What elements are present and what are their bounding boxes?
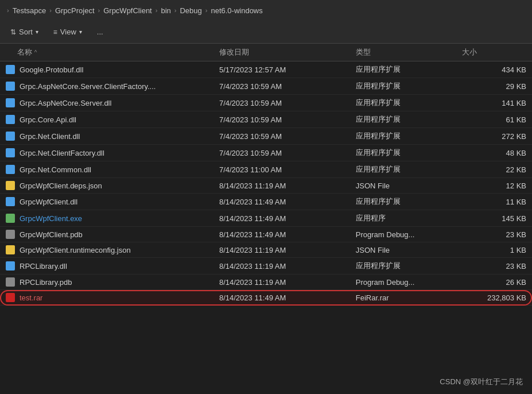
breadcrumb-item-4[interactable]: Debug <box>180 6 201 15</box>
file-size: 11 KB <box>456 194 532 210</box>
file-date: 7/4/2023 10:59 AM <box>213 111 350 128</box>
file-size: 232,803 KB <box>456 290 532 306</box>
dll-file-icon <box>6 197 15 206</box>
file-size: 61 KB <box>456 111 532 128</box>
breadcrumb-item-2[interactable]: GrpcWpfClient <box>103 6 152 15</box>
rar-file-icon <box>6 293 15 302</box>
col-header-size[interactable]: 大小 <box>456 44 532 61</box>
table-row[interactable]: test.rar8/14/2023 11:49 AMFeiRar.rar232,… <box>0 290 532 306</box>
file-type: 应用程序扩展 <box>350 161 456 178</box>
table-row[interactable]: Google.Protobuf.dll5/17/2023 12:57 AM应用程… <box>0 61 532 78</box>
file-type: 应用程序扩展 <box>350 258 456 275</box>
file-name: Grpc.AspNetCore.Server.ClientFactory.... <box>20 82 156 91</box>
file-size: 12 KB <box>456 178 532 194</box>
file-size: 22 KB <box>456 161 532 178</box>
file-type: 应用程序扩展 <box>350 128 456 145</box>
file-size: 23 KB <box>456 258 532 275</box>
json-file-icon <box>6 181 15 190</box>
sort-button[interactable]: ⇅ Sort ▾ <box>6 25 43 38</box>
dll-file-icon <box>6 261 15 271</box>
file-name: RPCLibrary.dll <box>20 262 67 271</box>
breadcrumb-item-3[interactable]: bin <box>161 6 170 15</box>
file-size: 141 KB <box>456 95 532 111</box>
file-name: RPCLibrary.pdb <box>20 278 72 287</box>
file-type: 应用程序 <box>350 210 456 227</box>
file-name: Google.Protobuf.dll <box>20 65 83 74</box>
file-date: 8/14/2023 11:49 AM <box>213 194 350 210</box>
table-row[interactable]: Grpc.Core.Api.dll7/4/2023 10:59 AM应用程序扩展… <box>0 111 532 128</box>
file-date: 5/17/2023 12:57 AM <box>213 61 350 78</box>
file-size: 26 KB <box>456 275 532 290</box>
view-label: View <box>60 28 76 36</box>
file-date: 7/4/2023 10:59 AM <box>213 95 350 111</box>
table-row[interactable]: GrpcWpfClient.deps.json8/14/2023 11:19 A… <box>0 178 532 194</box>
breadcrumb-bar: › Testsapce › GrpcProject › GrpcWpfClien… <box>0 0 532 21</box>
file-table: 名称 ^ 修改日期 类型 大小 Google.Protobuf.dll5/17/… <box>0 44 532 306</box>
watermark: CSDN @双叶红于二月花 <box>440 377 523 387</box>
col-header-name[interactable]: 名称 ^ <box>0 44 213 61</box>
file-list-body: Google.Protobuf.dll5/17/2023 12:57 AM应用程… <box>0 61 532 306</box>
file-type: 应用程序扩展 <box>350 95 456 111</box>
file-name: Grpc.AspNetCore.Server.dll <box>20 99 111 107</box>
file-type: JSON File <box>350 242 456 258</box>
file-date: 8/14/2023 11:49 AM <box>213 210 350 227</box>
file-type: JSON File <box>350 178 456 194</box>
table-row[interactable]: Grpc.Net.ClientFactory.dll7/4/2023 10:59… <box>0 145 532 161</box>
dll-file-icon <box>6 65 15 74</box>
file-name: Grpc.Net.Common.dll <box>20 165 91 174</box>
file-date: 8/14/2023 11:49 AM <box>213 227 350 242</box>
view-icon: ≡ <box>53 28 57 36</box>
sort-chevron-icon: ▾ <box>36 29 38 35</box>
table-row[interactable]: GrpcWpfClient.exe8/14/2023 11:49 AM应用程序1… <box>0 210 532 227</box>
view-chevron-icon: ▾ <box>79 29 82 35</box>
col-header-date[interactable]: 修改日期 <box>213 44 350 61</box>
breadcrumb-item-5[interactable]: net6.0-windows <box>211 6 262 15</box>
table-row[interactable]: Grpc.AspNetCore.Server.ClientFactory....… <box>0 78 532 95</box>
file-date: 8/14/2023 11:19 AM <box>213 275 350 290</box>
toolbar: ⇅ Sort ▾ ≡ View ▾ ... <box>0 21 532 44</box>
file-type: Program Debug... <box>350 227 456 242</box>
sort-icon: ⇅ <box>10 28 16 36</box>
file-name: GrpcWpfClient.deps.json <box>20 181 102 190</box>
table-row[interactable]: Grpc.AspNetCore.Server.dll7/4/2023 10:59… <box>0 95 532 111</box>
table-row[interactable]: Grpc.Net.Common.dll7/4/2023 11:00 AM应用程序… <box>0 161 532 178</box>
table-row[interactable]: GrpcWpfClient.dll8/14/2023 11:49 AM应用程序扩… <box>0 194 532 210</box>
sort-arrow-icon: ^ <box>34 49 37 56</box>
file-date: 7/4/2023 11:00 AM <box>213 161 350 178</box>
file-size: 23 KB <box>456 227 532 242</box>
table-row[interactable]: GrpcWpfClient.runtimeconfig.json8/14/202… <box>0 242 532 258</box>
file-name: Grpc.Net.ClientFactory.dll <box>20 149 104 157</box>
file-name: GrpcWpfClient.exe <box>20 214 82 223</box>
sort-label: Sort <box>19 28 33 36</box>
pdb-file-icon <box>6 277 15 287</box>
file-date: 7/4/2023 10:59 AM <box>213 128 350 145</box>
breadcrumb-item-0[interactable]: Testsapce <box>13 6 46 15</box>
file-name: Grpc.Net.Client.dll <box>20 132 80 141</box>
table-row[interactable]: RPCLibrary.dll8/14/2023 11:19 AM应用程序扩展23… <box>0 258 532 275</box>
file-area: 名称 ^ 修改日期 类型 大小 Google.Protobuf.dll5/17/… <box>0 44 532 394</box>
pdb-file-icon <box>6 230 15 239</box>
file-type: Program Debug... <box>350 275 456 290</box>
table-header-row: 名称 ^ 修改日期 类型 大小 <box>0 44 532 61</box>
table-row[interactable]: GrpcWpfClient.pdb8/14/2023 11:49 AMProgr… <box>0 227 532 242</box>
view-button[interactable]: ≡ View ▾ <box>49 25 87 38</box>
file-name: test.rar <box>20 293 42 302</box>
file-type: 应用程序扩展 <box>350 194 456 210</box>
table-row[interactable]: Grpc.Net.Client.dll7/4/2023 10:59 AM应用程序… <box>0 128 532 145</box>
col-header-type[interactable]: 类型 <box>350 44 456 61</box>
more-button[interactable]: ... <box>92 25 108 38</box>
dll-file-icon <box>6 82 15 91</box>
file-name: GrpcWpfClient.runtimeconfig.json <box>20 246 131 254</box>
file-type: 应用程序扩展 <box>350 145 456 161</box>
file-size: 1 KB <box>456 242 532 258</box>
dll-file-icon <box>6 148 15 157</box>
file-size: 48 KB <box>456 145 532 161</box>
file-date: 8/14/2023 11:19 AM <box>213 258 350 275</box>
file-name: GrpcWpfClient.pdb <box>20 230 83 239</box>
file-date: 8/14/2023 11:49 AM <box>213 290 350 306</box>
table-row[interactable]: RPCLibrary.pdb8/14/2023 11:19 AMProgram … <box>0 275 532 290</box>
file-type: FeiRar.rar <box>350 290 456 306</box>
file-size: 29 KB <box>456 78 532 95</box>
breadcrumb-item-1[interactable]: GrpcProject <box>55 6 95 15</box>
file-type: 应用程序扩展 <box>350 78 456 95</box>
